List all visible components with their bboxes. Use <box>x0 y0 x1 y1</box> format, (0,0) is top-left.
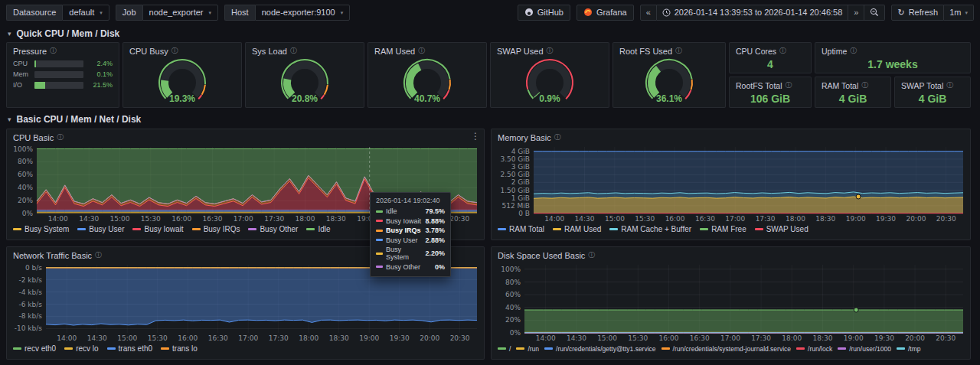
legend-item[interactable]: /run <box>516 345 539 353</box>
host-select[interactable]: node-exporter:9100 ▾ <box>255 5 351 21</box>
job-label: Job <box>116 5 142 21</box>
legend-item[interactable]: RAM Cache + Buffer <box>609 225 691 233</box>
time-shift-forward-button[interactable]: » <box>848 5 864 21</box>
svg-text:18:30: 18:30 <box>815 215 835 223</box>
info-icon[interactable]: ⓘ <box>861 80 868 90</box>
info-icon[interactable]: ⓘ <box>675 46 682 56</box>
panel-title: RAM Used <box>374 47 415 56</box>
legend-item[interactable]: Busy Other <box>248 225 298 233</box>
panel-ram-total: RAM Totalⓘ 4 GiB <box>815 77 891 108</box>
legend-item[interactable]: /run/credentials/systemd-journald.servic… <box>662 345 791 353</box>
memory-basic-chart[interactable]: 0 B512 MiB1 GiB1.50 GiB2 GiB2.50 GiB3 Gi… <box>495 144 966 223</box>
legend-item[interactable]: /run/credentials/getty@tty1.service <box>544 345 656 353</box>
svg-text:18:00: 18:00 <box>299 334 318 342</box>
legend-item[interactable]: RAM Used <box>553 225 601 233</box>
legend-item[interactable]: trans eth0 <box>107 344 152 353</box>
info-icon[interactable]: ⓘ <box>290 46 297 56</box>
info-icon[interactable]: ⓘ <box>172 46 178 56</box>
legend-item[interactable]: Busy System <box>13 225 69 233</box>
refresh-interval-select[interactable]: 1m ▾ <box>944 5 974 21</box>
variable-datasource: Datasource default ▾ <box>6 5 109 21</box>
panel-ram-used: RAM Usedⓘ 40.7% <box>368 42 487 108</box>
stat-value: 4 GiB <box>815 93 890 105</box>
legend-item[interactable]: Busy Iowait <box>132 225 183 233</box>
legend-item[interactable]: /run/user/1000 <box>838 345 891 353</box>
disk-space-chart[interactable]: 0%20%40%60%80%100%14:0014:3015:0015:3016… <box>495 262 966 343</box>
legend-item[interactable]: recv eth0 <box>13 344 56 353</box>
stat-value: 4 GiB <box>895 93 970 105</box>
svg-text:80%: 80% <box>505 279 521 286</box>
info-icon[interactable]: ⓘ <box>547 46 554 56</box>
section-basic-cpu-mem-net-disk[interactable]: ▾ Basic CPU / Mem / Net / Disk <box>8 114 141 125</box>
legend-item[interactable]: recv lo <box>64 344 98 353</box>
svg-text:16:30: 16:30 <box>695 215 715 223</box>
panel-menu-icon[interactable]: ⋮ <box>471 132 480 141</box>
github-button[interactable]: GitHub <box>518 5 570 21</box>
tooltip-rows: Idle79.5%Busy Iowait8.88%Busy IRQs3.78%B… <box>376 207 445 271</box>
info-icon[interactable]: ⓘ <box>50 46 57 56</box>
time-range-text: 2026-01-14 13:39:53 to 2026-01-14 20:46:… <box>675 8 843 18</box>
legend-item[interactable]: RAM Free <box>700 225 746 233</box>
svg-text:0 b/s: 0 b/s <box>25 264 42 272</box>
info-icon[interactable]: ⓘ <box>95 250 102 260</box>
svg-text:19:30: 19:30 <box>390 334 410 342</box>
refresh-button[interactable]: ↻ Refresh <box>891 5 944 21</box>
info-icon[interactable]: ⓘ <box>850 46 857 56</box>
info-icon[interactable]: ⓘ <box>588 250 595 260</box>
chevron-down-icon: ▾ <box>209 8 212 18</box>
svg-text:19:30: 19:30 <box>874 334 894 342</box>
panel-title: Root FS Used <box>619 47 672 56</box>
legend-item[interactable]: /run/lock <box>796 345 832 353</box>
legend-item[interactable]: Idle <box>306 225 330 233</box>
time-range-picker[interactable]: 2026-01-14 13:39:53 to 2026-01-14 20:46:… <box>657 5 849 21</box>
panel-title: CPU Busy <box>129 47 168 56</box>
svg-text:14:30: 14:30 <box>87 334 107 342</box>
svg-text:3 GiB: 3 GiB <box>511 163 530 171</box>
stat-value: 106 GiB <box>730 93 811 105</box>
svg-text:15:30: 15:30 <box>141 215 161 223</box>
bar-gauge <box>34 82 83 89</box>
svg-text:512 MiB: 512 MiB <box>502 202 530 210</box>
svg-text:16:00: 16:00 <box>665 215 685 223</box>
svg-text:18:00: 18:00 <box>296 215 315 223</box>
datasource-select[interactable]: default ▾ <box>62 5 109 21</box>
info-icon[interactable]: ⓘ <box>946 80 953 90</box>
svg-text:20:00: 20:00 <box>420 334 439 342</box>
svg-text:-8 kb/s: -8 kb/s <box>19 312 43 320</box>
time-shift-back-button[interactable]: « <box>640 5 657 21</box>
chevron-down-icon: ▾ <box>8 116 11 123</box>
svg-text:20:30: 20:30 <box>449 215 469 223</box>
legend-item[interactable]: RAM Total <box>498 225 544 233</box>
legend-item[interactable]: /tmp <box>897 345 921 353</box>
legend-item[interactable]: SWAP Used <box>755 225 808 233</box>
zoom-out-button[interactable] <box>864 5 885 21</box>
legend-item[interactable]: Busy User <box>77 225 124 233</box>
svg-text:15:00: 15:00 <box>110 215 130 223</box>
svg-text:40%: 40% <box>18 184 33 191</box>
job-select[interactable]: node_exporter ▾ <box>142 5 218 21</box>
svg-text:15:30: 15:30 <box>148 334 168 342</box>
legend-item[interactable]: trans lo <box>161 344 198 353</box>
svg-text:17:00: 17:00 <box>238 334 258 342</box>
info-icon[interactable]: ⓘ <box>57 132 64 142</box>
svg-text:60%: 60% <box>18 171 33 178</box>
gauge-value: 40.7% <box>368 93 486 104</box>
svg-text:60%: 60% <box>505 291 521 298</box>
info-icon[interactable]: ⓘ <box>786 80 792 90</box>
grafana-button[interactable]: Grafana <box>577 5 634 21</box>
info-icon[interactable]: ⓘ <box>779 46 786 56</box>
info-icon[interactable]: ⓘ <box>554 132 561 142</box>
svg-text:17:30: 17:30 <box>269 334 289 342</box>
info-icon[interactable]: ⓘ <box>418 46 425 56</box>
svg-text:16:00: 16:00 <box>659 334 679 342</box>
svg-text:16:30: 16:30 <box>208 334 228 342</box>
section-quick-cpu-mem-disk[interactable]: ▾ Quick CPU / Mem / Disk <box>8 28 119 39</box>
svg-text:20%: 20% <box>505 316 521 324</box>
legend-item[interactable]: Busy IRQs <box>192 225 240 233</box>
stat-value: 1.7 weeks <box>815 58 970 70</box>
refresh-icon: ↻ <box>897 8 904 18</box>
svg-text:18:30: 18:30 <box>329 334 349 342</box>
tooltip-row: Busy Other0% <box>376 263 445 271</box>
legend-item[interactable]: / <box>498 345 511 353</box>
svg-text:4 GiB: 4 GiB <box>511 148 530 155</box>
